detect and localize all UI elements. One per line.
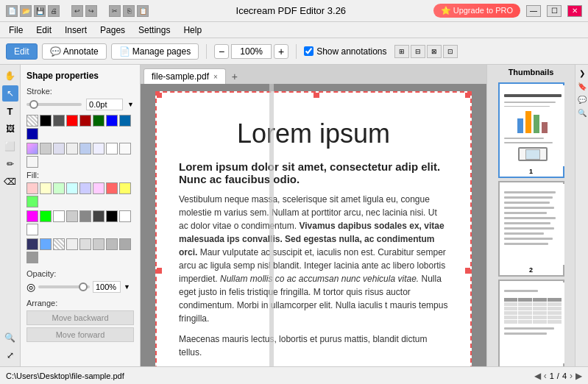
ann-icon-1[interactable]: ⊞ (394, 45, 409, 58)
fill-swatch-black[interactable] (106, 210, 118, 222)
stroke-swatch-white2[interactable] (119, 143, 131, 154)
stroke-swatch-darkred[interactable] (79, 115, 91, 127)
next-page-button[interactable]: › (570, 371, 573, 381)
stroke-swatch-white3[interactable] (26, 156, 38, 168)
fill-swatch-light3[interactable] (79, 238, 91, 250)
fill-swatch-orchid[interactable] (93, 182, 105, 194)
fill-swatch-light6[interactable] (119, 238, 131, 250)
thumbnail-3[interactable]: 3 (498, 280, 564, 366)
stroke-swatch-navy[interactable] (26, 128, 38, 140)
handle-tm[interactable] (314, 92, 319, 98)
opacity-input[interactable] (93, 281, 121, 293)
stroke-swatch-transparent[interactable] (26, 115, 38, 127)
handle-tl[interactable] (156, 92, 162, 98)
move-forward-button[interactable]: Move forward (26, 327, 134, 342)
select-tool[interactable]: ↖ (2, 85, 18, 102)
fill-swatch-gray[interactable] (79, 210, 91, 222)
fill-swatch-green[interactable] (40, 210, 52, 222)
fill-swatch-light7[interactable] (26, 252, 38, 263)
print-icon[interactable]: 🖨 (48, 5, 60, 17)
handle-tr[interactable] (465, 92, 471, 98)
fill-swatch-light2[interactable] (66, 238, 78, 250)
fill-swatch-lemon[interactable] (119, 182, 131, 194)
thumbnail-1[interactable]: 1 (498, 82, 564, 178)
upgrade-button[interactable]: ⭐ Upgrade to PRO (433, 4, 520, 18)
redo-icon[interactable]: ↪ (85, 5, 97, 17)
draw-tool[interactable]: ✏ (2, 156, 18, 172)
first-page-button[interactable]: ◀ (534, 371, 541, 381)
manage-pages-button[interactable]: 📄 Manage pages (111, 43, 199, 60)
stroke-swatch-white[interactable] (106, 143, 118, 154)
stroke-swatch-bluelight[interactable] (53, 143, 65, 154)
text-tool[interactable]: T (2, 103, 18, 119)
expand-tool[interactable]: ⤢ (2, 347, 18, 363)
annotate-button[interactable]: 💬 Annotate (42, 43, 107, 60)
right-icon-1[interactable]: ❯ (577, 68, 587, 78)
fill-swatch-coral[interactable] (106, 182, 118, 194)
menu-pages[interactable]: Pages (94, 24, 131, 37)
stroke-swatch-black[interactable] (40, 115, 52, 127)
fill-swatch-white3[interactable] (26, 224, 38, 235)
new-tab-button[interactable]: + (227, 69, 242, 84)
search-side-icon[interactable]: 🔍 (577, 107, 587, 118)
shape-tool[interactable]: ⬜ (2, 138, 18, 154)
fill-swatch-indigo[interactable] (26, 238, 38, 250)
fill-swatch-mint[interactable] (26, 196, 38, 207)
new-icon[interactable]: 📄 (6, 5, 18, 17)
fill-swatch-magenta[interactable] (26, 210, 38, 222)
hand-tool[interactable]: ✋ (2, 68, 18, 84)
stroke-swatch-light[interactable] (40, 143, 52, 154)
stroke-swatch-red[interactable] (66, 115, 78, 127)
copy-icon[interactable]: ⎘ (123, 5, 135, 17)
undo-icon[interactable]: ↩ (71, 5, 83, 17)
menu-help[interactable]: Help (177, 24, 208, 37)
minimize-button[interactable]: — (526, 5, 541, 17)
fill-swatch-white2[interactable] (119, 210, 131, 222)
stroke-input[interactable] (86, 99, 123, 110)
opacity-thumb[interactable] (79, 282, 88, 291)
eraser-tool[interactable]: ⌫ (2, 174, 18, 190)
stroke-swatch-blue[interactable] (106, 115, 118, 127)
fill-swatch-cyan[interactable] (66, 182, 78, 194)
prev-page-button[interactable]: ‹ (544, 371, 547, 381)
stroke-swatch-misty[interactable] (93, 143, 105, 154)
handle-ml[interactable] (156, 268, 162, 274)
stroke-swatch-darkblue[interactable] (119, 115, 131, 127)
ann-icon-4[interactable]: ⊡ (443, 45, 458, 58)
stroke-swatch-lighter[interactable] (66, 143, 78, 154)
close-button[interactable]: ✕ (567, 5, 582, 17)
thumbnail-2[interactable]: 2 (498, 181, 564, 277)
zoom-in-button[interactable]: + (274, 44, 288, 59)
last-page-button[interactable]: ▶ (575, 371, 582, 381)
image-tool[interactable]: 🖼 (2, 121, 18, 137)
maximize-button[interactable]: ☐ (547, 5, 562, 17)
fill-swatch-yellow[interactable] (40, 182, 52, 194)
menu-edit[interactable]: Edit (30, 24, 57, 37)
menu-settings[interactable]: Settings (132, 24, 176, 37)
show-annotations-checkbox[interactable] (304, 46, 314, 56)
stroke-swatch-green[interactable] (93, 115, 105, 127)
ann-icon-2[interactable]: ⊟ (411, 45, 425, 58)
open-icon[interactable]: 📂 (20, 5, 32, 17)
move-backward-button[interactable]: Move backward (26, 310, 134, 325)
tab-close-button[interactable]: × (213, 73, 218, 81)
stroke-swatch-sky[interactable] (79, 143, 91, 154)
ann-icon-3[interactable]: ⊠ (427, 45, 442, 58)
fill-swatch-silver[interactable] (66, 210, 78, 222)
save-icon[interactable]: 💾 (34, 5, 46, 17)
fill-swatch-skyblue[interactable] (40, 238, 52, 250)
doc-tab-active[interactable]: file-sample.pdf × (144, 68, 226, 84)
bookmark-icon[interactable]: 🔖 (577, 81, 587, 91)
edit-button[interactable]: Edit (6, 43, 38, 60)
cut-icon[interactable]: ✂ (109, 5, 121, 17)
zoom-tool[interactable]: 🔍 (2, 330, 18, 346)
handle-mr[interactable] (465, 268, 471, 274)
fill-swatch-white[interactable] (53, 210, 65, 222)
stroke-swatch-dark[interactable] (53, 115, 65, 127)
menu-insert[interactable]: Insert (59, 24, 93, 37)
opacity-dropdown[interactable]: ▼ (124, 283, 130, 291)
fill-swatch-transparent[interactable] (53, 238, 65, 250)
fill-swatch-pink[interactable] (26, 182, 38, 194)
fill-swatch-darkgray[interactable] (93, 210, 105, 222)
paste-icon[interactable]: 📋 (137, 5, 149, 17)
